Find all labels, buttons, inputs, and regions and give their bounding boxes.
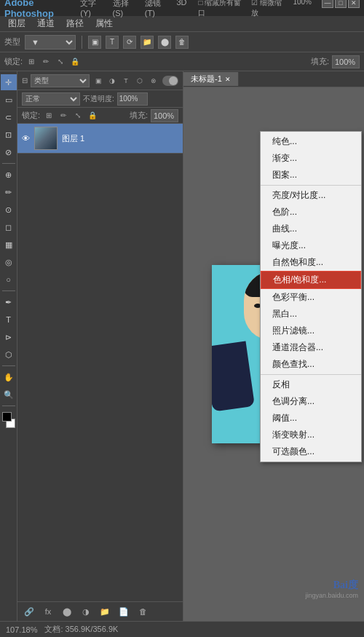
ctx-sep-1	[261, 185, 361, 186]
filter-pixel-icon[interactable]: ▣	[92, 75, 104, 87]
ctx-vibrance[interactable]: 自然饱和度...	[261, 254, 361, 271]
tool-heal[interactable]: ⊕	[1, 167, 17, 183]
layer-name-label: 图层 1	[62, 133, 84, 144]
tool-eyedropper[interactable]: ⊘	[1, 144, 17, 160]
tool-crop[interactable]: ⊡	[1, 127, 17, 143]
ctx-channel-mixer[interactable]: 通道混合器...	[261, 339, 361, 356]
tool-dodge[interactable]: ○	[1, 272, 17, 288]
folder-icon[interactable]: 📁	[141, 36, 154, 49]
tab-close-icon[interactable]: ✕	[225, 76, 231, 83]
menu-channels[interactable]: 通道	[32, 16, 60, 31]
ctx-black-white[interactable]: 黑白...	[261, 306, 361, 323]
status-zoom: 107.18%	[6, 625, 37, 634]
layer-new-button[interactable]: 📄	[116, 605, 131, 618]
tool-eraser[interactable]: ◻	[1, 219, 17, 235]
tool-select-rect[interactable]: ▭	[1, 92, 17, 108]
layer-fx-button[interactable]: fx	[41, 605, 55, 618]
filter-toggle[interactable]	[162, 76, 178, 86]
tool-hand[interactable]: ✋	[1, 369, 17, 385]
lock-all-icon-2[interactable]: 🔒	[87, 110, 98, 122]
lock-trans-icon-2[interactable]: ⤡	[72, 110, 84, 122]
tool-move[interactable]: ✛	[1, 74, 17, 90]
topbar-menu-filter: 滤镜(T)	[145, 0, 168, 18]
ctx-sep-2	[261, 374, 361, 375]
ctx-solid-color[interactable]: 纯色...	[261, 133, 361, 150]
lock-position-icon[interactable]: ⊞	[25, 56, 37, 68]
tool-path-select[interactable]: ⊳	[1, 329, 17, 345]
ctx-gradient-map[interactable]: 渐变映射...	[261, 427, 361, 443]
checkbox-shrink-label: □ 缩减所有窗口	[198, 0, 242, 18]
menu-layers[interactable]: 图层	[3, 16, 31, 31]
ctx-photo-filter[interactable]: 照片滤镜...	[261, 323, 361, 339]
filter-type-icon[interactable]: T	[120, 75, 132, 87]
delete-icon[interactable]: 🗑	[175, 36, 189, 49]
layer-item[interactable]: 👁 图层 1	[17, 124, 183, 154]
text-icon[interactable]: T	[106, 36, 119, 49]
ctx-color-balance[interactable]: 色彩平衡...	[261, 289, 361, 306]
color-swatches[interactable]	[1, 412, 17, 428]
tool-zoom[interactable]: 🔍	[1, 387, 17, 403]
ctx-hue-saturation[interactable]: 色相/饱和度...	[261, 271, 361, 289]
ctx-color-lookup[interactable]: 颜色查找...	[261, 356, 361, 373]
menu-properties[interactable]: 属性	[90, 16, 118, 31]
filter-adj-icon[interactable]: ◑	[106, 75, 118, 87]
ctx-exposure[interactable]: 曝光度...	[261, 237, 361, 254]
maximize-button[interactable]: □	[335, 0, 347, 8]
filter-smart-icon[interactable]: ⊗	[148, 75, 159, 87]
fill-input[interactable]	[332, 55, 360, 68]
close-button[interactable]: ✕	[348, 0, 360, 8]
layer-icons-row: 🔗 fx ⬤ ◑ 📁 📄 🗑	[17, 601, 183, 621]
tool-pen[interactable]: ✒	[1, 294, 17, 310]
fg-color-swatch[interactable]	[2, 412, 12, 422]
canvas-tab-active[interactable]: 未标题-1 ✕	[183, 72, 239, 86]
tool-brush[interactable]: ✏	[1, 184, 17, 200]
ctx-posterize[interactable]: 色调分离...	[261, 393, 361, 410]
lock-transform-icon[interactable]: ⤡	[55, 56, 66, 68]
filter-shape-icon[interactable]: ⬡	[134, 75, 146, 87]
mask-icon[interactable]: ⬤	[158, 36, 171, 49]
ctx-curves[interactable]: 曲线...	[261, 221, 361, 237]
layer-folder-button[interactable]: 📁	[98, 605, 112, 618]
fill-row: 锁定: ⊞ ✏ ⤡ 🔒 填充:	[17, 108, 183, 124]
ctx-pattern[interactable]: 图案...	[261, 167, 361, 183]
tool-type[interactable]: T	[1, 312, 17, 328]
baidu-logo: Bai度	[333, 579, 358, 592]
tool-stamp[interactable]: ⊙	[1, 202, 17, 218]
ctx-brightness[interactable]: 亮度/对比度...	[261, 187, 361, 204]
main-area: ✛ ▭ ⊂ ⊡ ⊘ ⊕ ✏ ⊙ ◻ ▦ ◎ ○ ✒ T ⊳ ⬡ ✋ 🔍 ⊟ 类型	[0, 71, 364, 621]
ctx-levels[interactable]: 色阶...	[261, 204, 361, 221]
lock-pos-icon-2[interactable]: ⊞	[43, 110, 55, 122]
shape-icon[interactable]: ▣	[88, 36, 101, 49]
layer-filter-select[interactable]: 类型	[31, 74, 90, 87]
canvas-tabs: 未标题-1 ✕	[183, 71, 364, 87]
type-label: 类型	[4, 36, 20, 47]
ctx-selective-color[interactable]: 可选颜色...	[261, 443, 361, 460]
menu-paths[interactable]: 路径	[61, 16, 89, 31]
minimize-button[interactable]: —	[322, 0, 333, 8]
ctx-gradient[interactable]: 渐变...	[261, 150, 361, 167]
tool-lasso[interactable]: ⊂	[1, 109, 17, 125]
tool-gradient[interactable]: ▦	[1, 237, 17, 253]
ctx-threshold[interactable]: 阈值...	[261, 410, 361, 427]
transform-icon[interactable]: ⟳	[123, 36, 136, 49]
title-bar: Adobe Photoshop 文字(Y) 选择(S) 滤镜(T) 3D □ 缩…	[0, 0, 364, 16]
layer-mask-button[interactable]: ⬤	[60, 605, 74, 618]
options-bar: 类型 ▼ ▣ T ⟳ 📁 ⬤ 🗑	[0, 32, 364, 52]
lock-paint-icon-2[interactable]: ✏	[58, 110, 69, 122]
blend-mode-select[interactable]: 正常	[22, 92, 80, 106]
fill-input-2[interactable]	[151, 109, 178, 122]
layer-delete-button[interactable]: 🗑	[135, 605, 150, 618]
layer-adjustment-button[interactable]: ◑	[79, 605, 93, 618]
filter-icon: ⊟	[22, 76, 28, 84]
tool-sep-2	[2, 290, 15, 291]
tool-sep-1	[2, 163, 15, 164]
layer-visibility-toggle[interactable]: 👁	[22, 134, 30, 143]
lock-paint-icon[interactable]: ✏	[40, 56, 52, 68]
ctx-invert[interactable]: 反相	[261, 376, 361, 393]
type-select[interactable]: ▼	[25, 35, 76, 50]
tool-shape[interactable]: ⬡	[1, 347, 17, 363]
layer-link-button[interactable]: 🔗	[22, 605, 36, 618]
opacity-input[interactable]	[117, 92, 148, 106]
tool-blur[interactable]: ◎	[1, 254, 17, 270]
lock-all-icon[interactable]: 🔒	[69, 56, 81, 68]
